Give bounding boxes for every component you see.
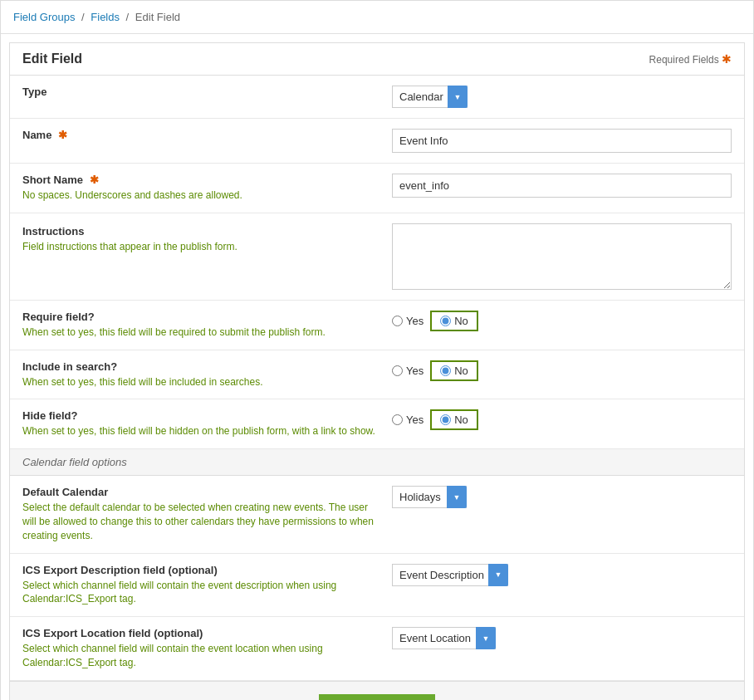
ics-export-location-desc: Select which channel field will contain … <box>22 642 379 670</box>
short-name-label-col: Short Name ✱ No spaces. Underscores and … <box>22 174 392 203</box>
require-field-no-radio[interactable] <box>440 316 451 326</box>
breadcrumb-current: Edit Field <box>135 11 180 23</box>
type-label-col: Type <box>22 86 392 98</box>
include-in-search-label: Include in search? <box>22 360 117 373</box>
hide-field-radio-group: Yes No <box>392 409 478 430</box>
required-asterisk: ✱ <box>722 52 732 66</box>
include-in-search-label-col: Include in search? When set to yes, this… <box>22 360 392 389</box>
short-name-row: Short Name ✱ No spaces. Underscores and … <box>10 164 744 213</box>
default-calendar-select-wrapper[interactable]: Holidays Work Personal Family <box>392 486 467 508</box>
required-fields-label: Required Fields ✱ <box>649 52 732 66</box>
calendar-section-title: Calendar field options <box>22 456 127 468</box>
ics-export-desc-label: ICS Export Description field (optional) <box>22 564 218 576</box>
hide-field-no-label: No <box>454 414 468 426</box>
breadcrumb: Field Groups / Fields / Edit Field <box>1 1 753 34</box>
type-field-col: Calendar Text Textarea Select <box>392 86 732 108</box>
hide-field-field-col: Yes No <box>392 409 732 430</box>
breadcrumb-field-groups-link[interactable]: Field Groups <box>13 11 75 23</box>
save-field-button[interactable]: SAVE FIELD <box>319 694 436 700</box>
breadcrumb-sep-1: / <box>81 11 85 23</box>
calendar-section-header: Calendar field options <box>10 449 744 476</box>
require-field-field-col: Yes No <box>392 311 732 331</box>
default-calendar-label: Default Calendar <box>22 486 108 498</box>
default-calendar-field-col: Holidays Work Personal Family <box>392 486 732 508</box>
include-in-search-no-radio[interactable] <box>440 365 451 376</box>
hide-field-yes-label: Yes <box>406 414 424 426</box>
default-calendar-row: Default Calendar Select the default cale… <box>10 476 744 553</box>
include-in-search-yes-label: Yes <box>406 365 424 377</box>
ics-export-desc-row: ICS Export Description field (optional) … <box>10 554 744 618</box>
breadcrumb-sep-2: / <box>126 11 130 23</box>
require-field-label-col: Require field? When set to yes, this fie… <box>22 311 392 340</box>
instructions-label: Instructions <box>22 225 84 237</box>
include-in-search-desc: When set to yes, this field will be incl… <box>22 375 379 389</box>
hide-field-label: Hide field? <box>22 409 77 422</box>
name-input[interactable] <box>392 129 732 153</box>
short-name-required-asterisk: ✱ <box>90 174 99 186</box>
instructions-textarea[interactable] <box>392 223 732 290</box>
require-field-row: Require field? When set to yes, this fie… <box>10 301 744 350</box>
hide-field-desc: When set to yes, this field will be hidd… <box>22 424 379 438</box>
breadcrumb-fields-link[interactable]: Fields <box>91 11 120 23</box>
name-field-col <box>392 129 732 153</box>
ics-export-desc-field-col: Event Description Event Title Event Note… <box>392 564 732 586</box>
hide-field-no-radio[interactable] <box>440 414 451 425</box>
require-field-yes-radio[interactable] <box>392 316 403 326</box>
short-name-field-col <box>392 174 732 198</box>
include-in-search-yes-option[interactable]: Yes <box>392 365 424 377</box>
name-label-col: Name ✱ <box>22 129 392 141</box>
include-in-search-field-col: Yes No <box>392 360 732 381</box>
name-row: Name ✱ <box>10 119 744 164</box>
type-select-wrapper[interactable]: Calendar Text Textarea Select <box>392 86 468 108</box>
require-field-label: Require field? <box>22 311 95 323</box>
ics-export-desc-select[interactable]: Event Description Event Title Event Note… <box>392 564 508 586</box>
instructions-label-col: Instructions Field instructions that app… <box>22 223 392 254</box>
page-wrapper: Field Groups / Fields / Edit Field Edit … <box>0 0 754 700</box>
ics-export-location-select[interactable]: Event Location Event Venue Event Address <box>392 627 496 649</box>
instructions-field-col <box>392 223 732 290</box>
default-calendar-desc: Select the default calendar to be select… <box>22 501 379 542</box>
edit-field-form: Edit Field Required Fields ✱ Type Calend… <box>9 42 745 700</box>
instructions-row: Instructions Field instructions that app… <box>10 213 744 301</box>
ics-export-location-label-col: ICS Export Location field (optional) Sel… <box>22 627 392 670</box>
require-field-radio-group: Yes No <box>392 311 478 331</box>
include-in-search-no-label: No <box>454 365 468 377</box>
name-required-asterisk: ✱ <box>58 129 67 141</box>
default-calendar-label-col: Default Calendar Select the default cale… <box>22 486 392 542</box>
hide-field-yes-radio[interactable] <box>392 414 403 425</box>
require-field-yes-option[interactable]: Yes <box>392 315 424 327</box>
include-in-search-radio-group: Yes No <box>392 360 478 381</box>
ics-export-desc-desc: Select which channel field will contain … <box>22 579 379 607</box>
ics-export-location-select-wrapper[interactable]: Event Location Event Venue Event Address <box>392 627 496 649</box>
name-label: Name ✱ <box>22 129 67 141</box>
ics-export-desc-label-col: ICS Export Description field (optional) … <box>22 564 392 607</box>
include-in-search-row: Include in search? When set to yes, this… <box>10 350 744 400</box>
type-label: Type <box>22 86 47 98</box>
require-field-yes-label: Yes <box>406 315 424 327</box>
form-title: Edit Field <box>22 51 82 66</box>
include-in-search-yes-radio[interactable] <box>392 365 403 376</box>
hide-field-no-option[interactable]: No <box>430 409 478 430</box>
default-calendar-select[interactable]: Holidays Work Personal Family <box>392 486 467 508</box>
require-field-desc: When set to yes, this field will be requ… <box>22 326 379 340</box>
ics-export-location-label: ICS Export Location field (optional) <box>22 627 203 639</box>
hide-field-yes-option[interactable]: Yes <box>392 414 424 426</box>
short-name-desc: No spaces. Underscores and dashes are al… <box>22 188 379 203</box>
require-field-no-label: No <box>454 315 468 327</box>
include-in-search-no-option[interactable]: No <box>430 360 478 381</box>
ics-export-location-field-col: Event Location Event Venue Event Address <box>392 627 732 649</box>
short-name-input[interactable] <box>392 174 732 198</box>
short-name-label: Short Name ✱ <box>22 174 99 186</box>
form-header: Edit Field Required Fields ✱ <box>10 43 744 76</box>
type-select[interactable]: Calendar Text Textarea Select <box>392 86 468 108</box>
save-button-row: SAVE FIELD <box>10 681 744 700</box>
hide-field-row: Hide field? When set to yes, this field … <box>10 399 744 449</box>
ics-export-location-row: ICS Export Location field (optional) Sel… <box>10 617 744 681</box>
type-row: Type Calendar Text Textarea Select <box>10 76 744 119</box>
hide-field-label-col: Hide field? When set to yes, this field … <box>22 409 392 438</box>
instructions-desc: Field instructions that appear in the pu… <box>22 240 379 254</box>
require-field-no-option[interactable]: No <box>430 311 478 331</box>
ics-export-desc-select-wrapper[interactable]: Event Description Event Title Event Note… <box>392 564 508 586</box>
